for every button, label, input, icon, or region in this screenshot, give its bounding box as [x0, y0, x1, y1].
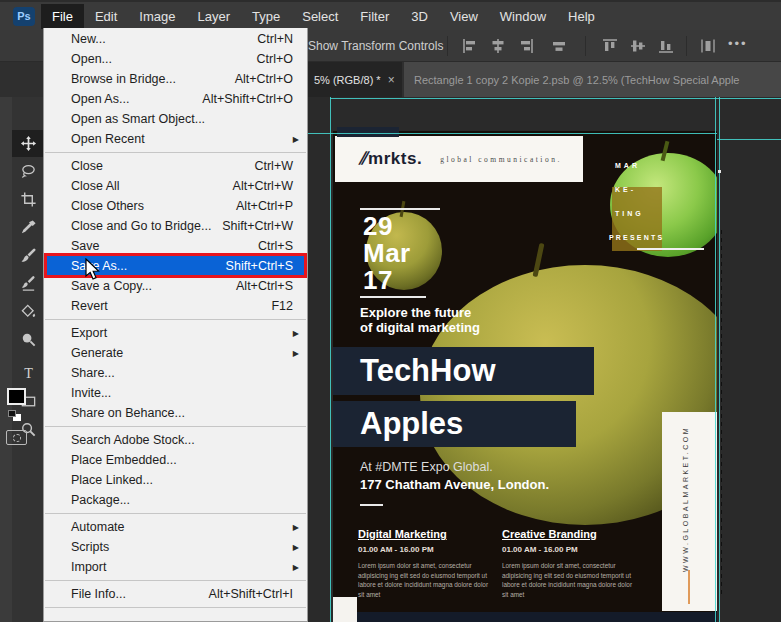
tab-close-icon[interactable]: ×: [388, 73, 395, 87]
distribute-horizontal-icon[interactable]: [551, 38, 567, 54]
menu-item-share[interactable]: Share...: [44, 363, 307, 383]
menu-item-scripts[interactable]: Scripts▶: [44, 537, 307, 557]
align-bottom-icon[interactable]: [658, 38, 674, 54]
quick-mask-icon: [13, 434, 21, 442]
submenu-arrow-icon: ▶: [289, 329, 299, 338]
align-middle-icon[interactable]: [630, 38, 646, 54]
separator: [686, 36, 687, 56]
event-date: 29 Mar 17: [363, 213, 411, 294]
poster-corner-square: [333, 597, 357, 622]
title-bar-apples: Apples: [333, 401, 576, 447]
document-tab-inactive[interactable]: Rectangle 1 copy 2 Kopie 2.psb @ 12.5% (…: [404, 62, 781, 97]
guide-vertical-left: [330, 97, 331, 622]
menubar-item-help[interactable]: Help: [557, 4, 606, 29]
menu-separator: [45, 580, 306, 581]
paint-bucket-tool[interactable]: [12, 298, 44, 325]
menu-separator: [45, 319, 306, 320]
guide-vertical-right-b: [719, 97, 720, 622]
foreground-color-mini-swatch[interactable]: [8, 410, 16, 417]
move-tool[interactable]: [12, 130, 44, 157]
type-tool[interactable]: T: [12, 360, 44, 387]
distribute-vertical-icon[interactable]: [700, 38, 716, 54]
menu-item-search-adobe-stock[interactable]: Search Adobe Stock...: [44, 430, 307, 450]
olive-overlay-box: [612, 187, 662, 251]
menu-separator: [45, 426, 306, 427]
menu-item-automate[interactable]: Automate▶: [44, 517, 307, 537]
menu-item-invite[interactable]: Invite...: [44, 383, 307, 403]
menu-item-open-recent[interactable]: Open Recent▶: [44, 129, 307, 149]
menubar-item-select[interactable]: Select: [291, 4, 349, 29]
menu-item-new[interactable]: New...Ctrl+N: [44, 29, 307, 49]
menubar-item-layer[interactable]: Layer: [187, 4, 242, 29]
menu-item-browse-in-bridge[interactable]: Browse in Bridge...Alt+Ctrl+O: [44, 69, 307, 89]
align-left-icon[interactable]: [462, 38, 478, 54]
submenu-arrow-icon: ▶: [289, 523, 299, 532]
submenu-arrow-icon: ▶: [289, 543, 299, 552]
menu-item-file-info[interactable]: File Info...Alt+Shift+Ctrl+I: [44, 584, 307, 604]
submenu-arrow-icon: ▶: [289, 349, 299, 358]
menu-item-close[interactable]: CloseCtrl+W: [44, 156, 307, 176]
transform-handle: [718, 170, 721, 173]
selection-dashed-edge: [721, 230, 722, 594]
menu-item-package[interactable]: Package...: [44, 490, 307, 510]
menu-item-close-all[interactable]: Close AllAlt+Ctrl+W: [44, 176, 307, 196]
quick-mask-mode-button[interactable]: [6, 430, 27, 445]
crop-tool[interactable]: [12, 186, 44, 213]
menu-item-open[interactable]: Open...Ctrl+O: [44, 49, 307, 69]
divider-line: [360, 208, 440, 210]
divider-line: [360, 504, 383, 506]
menu-item-import[interactable]: Import▶: [44, 557, 307, 577]
menu-item-open-as[interactable]: Open As...Alt+Shift+Ctrl+O: [44, 89, 307, 109]
menu-item-open-as-smart-object[interactable]: Open as Smart Object...: [44, 109, 307, 129]
align-right-icon[interactable]: [518, 38, 534, 54]
menu-item-place-linked[interactable]: Place Linked...: [44, 470, 307, 490]
menubar-item-type[interactable]: Type: [241, 4, 291, 29]
menu-item-share-on-behance[interactable]: Share on Behance...: [44, 403, 307, 423]
guide-vertical-right-a: [715, 97, 716, 622]
menu-bar: Ps File Edit Image Layer Type Select Fil…: [0, 0, 781, 30]
menu-item-place-embedded[interactable]: Place Embedded...: [44, 450, 307, 470]
menu-item-revert[interactable]: RevertF12: [44, 296, 307, 316]
zoom-tool-filled[interactable]: [12, 326, 44, 353]
mixer-brush-tool[interactable]: [12, 270, 44, 297]
foreground-color-swatch[interactable]: [7, 388, 26, 405]
submenu-arrow-icon: ▶: [289, 563, 299, 572]
brand-tagline: global communication.: [440, 155, 562, 164]
photoshop-window: MAR KE- TING PRESENTS ⫽mrkts. global com…: [0, 0, 781, 622]
menubar-item-image[interactable]: Image: [128, 4, 186, 29]
more-options-icon[interactable]: •••: [728, 36, 748, 51]
mouse-cursor: [84, 258, 102, 282]
logo-slashes: ⫽: [359, 149, 367, 168]
menu-separator: [45, 607, 306, 608]
intro-text: Explore the future of digital marketing: [360, 305, 480, 335]
guide-horizontal-top: [330, 98, 781, 99]
menubar-item-edit[interactable]: Edit: [84, 4, 128, 29]
separator: [447, 36, 448, 56]
divider-line: [360, 296, 426, 298]
schedule-column-creative-branding: Creative Branding 01.00 AM - 16.00 PM Lo…: [502, 528, 636, 599]
menubar-item-file[interactable]: File: [41, 4, 84, 29]
menubar-item-3d[interactable]: 3D: [400, 4, 439, 29]
align-top-icon[interactable]: [602, 38, 618, 54]
separator: [585, 36, 586, 56]
menu-item-close-others[interactable]: Close OthersAlt+Ctrl+P: [44, 196, 307, 216]
show-transform-controls-label[interactable]: Show Transform Controls: [308, 39, 443, 53]
eyedropper-tool[interactable]: [12, 214, 44, 241]
align-center-horizontal-icon[interactable]: [490, 38, 506, 54]
submenu-arrow-icon: ▶: [289, 135, 299, 144]
brush-tool[interactable]: [12, 242, 44, 269]
document-tab-active[interactable]: 5% (RGB/8) * ×: [308, 62, 402, 97]
menubar-item-window[interactable]: Window: [489, 4, 557, 29]
divider-line: [637, 248, 704, 250]
menu-item-generate[interactable]: Generate▶: [44, 343, 307, 363]
menubar-item-filter[interactable]: Filter: [349, 4, 400, 29]
schedule-column-digital-marketing: Digital Marketing 01.00 AM - 16.00 PM Lo…: [358, 528, 492, 599]
lasso-tool[interactable]: [12, 158, 44, 185]
menu-item-close-and-go-to-bridge[interactable]: Close and Go to Bridge...Shift+Ctrl+W: [44, 216, 307, 236]
menu-separator: [45, 152, 306, 153]
navy-accent-bar: [337, 127, 399, 137]
title-bar-techhow: TechHow: [333, 347, 594, 395]
menubar-item-view[interactable]: View: [439, 4, 489, 29]
svg-text:T: T: [24, 365, 33, 381]
menu-item-export[interactable]: Export▶: [44, 323, 307, 343]
